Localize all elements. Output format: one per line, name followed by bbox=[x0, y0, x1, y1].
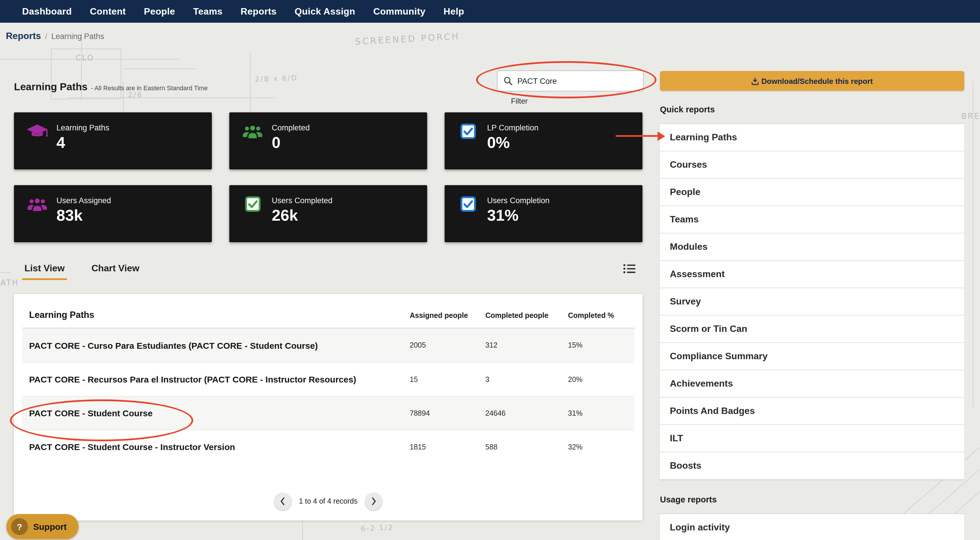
chevron-right-icon bbox=[371, 497, 377, 505]
table-row[interactable]: PACT CORE - Recursos Para el Instructor … bbox=[22, 362, 634, 396]
quick-reports-heading: Quick reports bbox=[660, 105, 964, 114]
sidebar-item-compliance-summary[interactable]: Compliance Summary bbox=[660, 343, 964, 370]
sidebar-item-achievements[interactable]: Achievements bbox=[660, 370, 964, 398]
blueprint-label: 2/B x 6/D bbox=[255, 74, 298, 83]
search-icon bbox=[503, 76, 513, 86]
stat-card-users-completed: Users Completed 26k bbox=[229, 185, 427, 242]
sidebar-item-assessment[interactable]: Assessment bbox=[660, 261, 964, 288]
pagination: 1 to 4 of 4 records bbox=[14, 492, 643, 510]
stat-card-lp-completion: LP Completion 0% bbox=[445, 112, 643, 169]
stat-label: Users Completed bbox=[272, 196, 332, 205]
completed-percent-value: 20% bbox=[568, 375, 627, 383]
page-title: Learning Paths bbox=[14, 81, 88, 93]
table-header-row: Learning Paths Assigned people Completed… bbox=[22, 294, 634, 328]
assigned-people-value: 1815 bbox=[410, 443, 485, 451]
nav-item-reports[interactable]: Reports bbox=[241, 6, 277, 17]
page-subtitle: - All Results are in Eastern Standard Ti… bbox=[91, 84, 208, 91]
view-tabs: List View Chart View bbox=[22, 263, 142, 280]
list-options-button[interactable] bbox=[620, 260, 638, 277]
stat-label: Users Assigned bbox=[56, 196, 111, 205]
stat-label: Users Completion bbox=[487, 196, 550, 205]
nav-item-people[interactable]: People bbox=[144, 6, 175, 17]
learning-paths-table: Learning Paths Assigned people Completed… bbox=[14, 294, 643, 521]
list-icon bbox=[623, 263, 635, 273]
sidebar-item-courses[interactable]: Courses bbox=[660, 151, 964, 179]
users-icon bbox=[241, 122, 264, 159]
stat-value: 83k bbox=[56, 207, 111, 225]
page-header: Learning Paths - All Results are in East… bbox=[14, 81, 208, 93]
usage-reports-list: Login activity bbox=[660, 513, 964, 540]
nav-item-teams[interactable]: Teams bbox=[193, 6, 223, 17]
sidebar-item-teams[interactable]: Teams bbox=[660, 206, 964, 233]
stat-label: Learning Paths bbox=[56, 123, 110, 132]
breadcrumb: Reports / Learning Paths bbox=[6, 31, 104, 41]
stat-value: 31% bbox=[487, 207, 550, 225]
reports-sidebar: Quick reports Learning Paths Courses Peo… bbox=[660, 105, 964, 540]
top-nav: Dashboard Content People Teams Reports Q… bbox=[0, 0, 980, 23]
completed-percent-value: 31% bbox=[568, 409, 627, 417]
nav-item-dashboard[interactable]: Dashboard bbox=[22, 6, 72, 17]
completed-people-value: 312 bbox=[485, 341, 568, 349]
question-mark-icon: ? bbox=[11, 518, 28, 535]
nav-item-quick-assign[interactable]: Quick Assign bbox=[295, 6, 355, 17]
completed-people-value: 588 bbox=[485, 443, 568, 451]
support-button-label: Support bbox=[33, 522, 67, 532]
check-square-icon bbox=[456, 122, 479, 159]
app-root: SCREENED PORCH CLO 2/B x 6/D 2/6 BREAKF … bbox=[0, 0, 980, 540]
table-row[interactable]: PACT CORE - Student Course - Instructor … bbox=[22, 430, 634, 464]
sidebar-item-modules[interactable]: Modules bbox=[660, 233, 964, 261]
table-row[interactable]: PACT CORE - Curso Para Estudiantes (PACT… bbox=[22, 328, 634, 362]
learning-path-name: PACT CORE - Student Course - Instructor … bbox=[29, 442, 410, 452]
stat-value: 0% bbox=[487, 134, 539, 152]
nav-item-help[interactable]: Help bbox=[444, 6, 464, 17]
assigned-people-value: 15 bbox=[410, 375, 485, 383]
table-title: Learning Paths bbox=[29, 310, 410, 320]
filter-search-input[interactable] bbox=[517, 76, 637, 85]
filter-search-box bbox=[497, 70, 644, 91]
nav-item-content[interactable]: Content bbox=[90, 6, 126, 17]
check-square-icon bbox=[241, 195, 264, 232]
blueprint-label: BATH bbox=[0, 278, 19, 287]
completed-people-value: 24646 bbox=[485, 409, 568, 417]
download-button-label: Download/Schedule this report bbox=[762, 76, 873, 85]
previous-page-button[interactable] bbox=[274, 492, 291, 510]
sidebar-item-learning-paths[interactable]: Learning Paths bbox=[660, 124, 964, 151]
stat-label: LP Completion bbox=[487, 123, 539, 132]
download-icon bbox=[752, 77, 759, 85]
sidebar-item-points-and-badges[interactable]: Points And Badges bbox=[660, 398, 964, 425]
stat-card-learning-paths: Learning Paths 4 bbox=[14, 112, 212, 169]
filter-label: Filter bbox=[511, 97, 528, 105]
users-icon bbox=[25, 195, 49, 232]
stat-label: Completed bbox=[272, 123, 310, 132]
nav-item-community[interactable]: Community bbox=[373, 6, 426, 17]
stat-card-users-completion: Users Completion 31% bbox=[445, 185, 643, 242]
next-page-button[interactable] bbox=[365, 492, 383, 510]
sidebar-item-scorm-or-tin-can[interactable]: Scorm or Tin Can bbox=[660, 315, 964, 343]
column-header-completed-percent: Completed % bbox=[568, 312, 627, 320]
breadcrumb-reports-link[interactable]: Reports bbox=[6, 31, 41, 41]
support-button[interactable]: ? Support bbox=[6, 514, 78, 539]
check-square-icon bbox=[456, 195, 479, 232]
sidebar-item-ilt[interactable]: ILT bbox=[660, 425, 964, 452]
chevron-left-icon bbox=[280, 497, 285, 505]
sidebar-item-boosts[interactable]: Boosts bbox=[660, 452, 964, 480]
stat-value: 0 bbox=[272, 134, 310, 152]
blueprint-label: CLO bbox=[76, 54, 94, 62]
learning-path-name: PACT CORE - Recursos Para el Instructor … bbox=[29, 374, 410, 384]
sidebar-item-login-activity[interactable]: Login activity bbox=[660, 514, 964, 540]
completed-people-value: 3 bbox=[485, 375, 568, 383]
graduation-cap-icon bbox=[25, 122, 49, 159]
stat-value: 26k bbox=[272, 207, 332, 225]
sidebar-item-people[interactable]: People bbox=[660, 179, 964, 206]
stat-card-completed: Completed 0 bbox=[229, 112, 427, 169]
sidebar-item-survey[interactable]: Survey bbox=[660, 288, 964, 315]
tab-list-view[interactable]: List View bbox=[22, 263, 67, 280]
table-row[interactable]: PACT CORE - Student Course 78894 24646 3… bbox=[22, 396, 634, 430]
tab-chart-view[interactable]: Chart View bbox=[89, 263, 142, 280]
download-schedule-report-button[interactable]: Download/Schedule this report bbox=[660, 71, 964, 91]
assigned-people-value: 78894 bbox=[410, 409, 485, 417]
pagination-records-text: 1 to 4 of 4 records bbox=[299, 497, 358, 505]
stats-grid: Learning Paths 4 Completed 0 LP Completi… bbox=[14, 112, 643, 242]
assigned-people-value: 2005 bbox=[410, 341, 485, 349]
stat-card-users-assigned: Users Assigned 83k bbox=[14, 185, 212, 242]
